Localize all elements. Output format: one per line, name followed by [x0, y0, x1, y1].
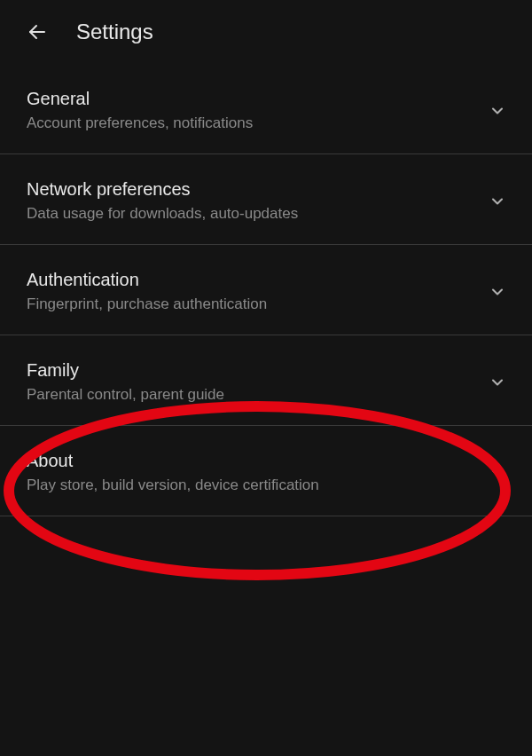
settings-item-title: General [27, 89, 477, 109]
arrow-left-icon [27, 21, 48, 43]
settings-item-authentication[interactable]: Authentication Fingerprint, purchase aut… [0, 245, 532, 335]
settings-item-title: Network preferences [27, 179, 477, 200]
settings-item-subtitle: Fingerprint, purchase authentication [27, 295, 477, 313]
settings-item-title: Family [27, 360, 477, 381]
settings-item-subtitle: Data usage for downloads, auto-updates [27, 205, 477, 223]
settings-item-subtitle: Account preferences, notifications [27, 114, 477, 132]
chevron-down-icon [488, 373, 507, 392]
settings-item-text: General Account preferences, notificatio… [27, 89, 477, 132]
settings-item-title: About [27, 451, 477, 471]
settings-item-family[interactable]: Family Parental control, parent guide [0, 335, 532, 426]
settings-item-about[interactable]: About Play store, build version, device … [0, 426, 532, 516]
settings-item-text: Family Parental control, parent guide [27, 360, 477, 404]
settings-item-network[interactable]: Network preferences Data usage for downl… [0, 154, 532, 245]
settings-item-subtitle: Parental control, parent guide [27, 386, 477, 404]
chevron-down-icon [488, 192, 507, 211]
chevron-down-icon [488, 282, 507, 302]
settings-list: General Account preferences, notificatio… [0, 64, 532, 516]
header: Settings [0, 0, 532, 64]
settings-item-title: Authentication [27, 270, 477, 290]
settings-item-text: About Play store, build version, device … [27, 451, 477, 494]
chevron-down-icon [488, 463, 507, 483]
settings-item-subtitle: Play store, build version, device certif… [27, 476, 477, 494]
page-title: Settings [76, 20, 153, 44]
back-button[interactable] [27, 21, 48, 43]
settings-item-text: Network preferences Data usage for downl… [27, 179, 477, 223]
chevron-down-icon [488, 101, 507, 121]
settings-item-general[interactable]: General Account preferences, notificatio… [0, 64, 532, 154]
settings-item-text: Authentication Fingerprint, purchase aut… [27, 270, 477, 313]
